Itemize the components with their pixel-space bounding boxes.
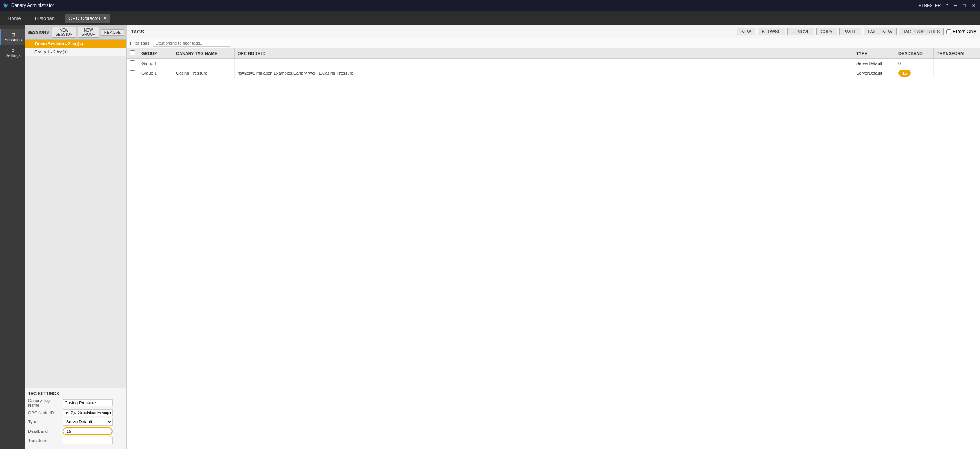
opc-node-label: OPC Node ID:	[28, 411, 63, 415]
tag-name-input[interactable]	[63, 399, 113, 406]
remove-tag-button[interactable]: REMOVE	[787, 28, 814, 35]
sessions-label: Sessions	[3, 37, 23, 42]
tag-settings-title: TAG SETTINGS	[28, 391, 123, 396]
tags-title: TAGS	[131, 29, 144, 35]
sessions-icon: ⊞	[3, 32, 23, 37]
sessions-panel: SESSIONS NEW SESSION NEW GROUP REMOVE De…	[25, 25, 127, 449]
select-all-checkbox[interactable]	[130, 50, 135, 55]
main-container: ⊞ Sessions ⚙ Settings SESSIONS NEW SESSI…	[0, 25, 980, 449]
sessions-list: Demo Session - 2 tag(s) Group 1 - 2 tag(…	[25, 40, 126, 388]
table-row: Group 1 ServerDefault 0	[127, 58, 980, 68]
title-bar-right: ETREXLER ? ─ □ ✕	[918, 3, 977, 8]
col-opc-node-id: OPC NODE ID	[235, 48, 853, 58]
errors-only-container: Errors Only	[946, 29, 976, 34]
col-transform: TRANSFORM	[934, 48, 980, 58]
left-sidebar: ⊞ Sessions ⚙ Settings	[0, 25, 25, 449]
nav-home[interactable]: Home	[5, 14, 24, 23]
row2-group: Group 1	[138, 68, 173, 78]
session-label: Demo Session - 2 tag(s)	[35, 42, 83, 46]
filter-label: Filter Tags:	[130, 41, 151, 45]
user-name: ETREXLER	[918, 3, 941, 8]
copy-button[interactable]: COPY	[816, 28, 837, 35]
tag-name-label: Canary Tag Name:	[28, 398, 63, 407]
errors-only-checkbox[interactable]	[946, 29, 951, 34]
title-bar-left: 🐦 Canary Administrator	[3, 3, 54, 8]
help-button[interactable]: ?	[944, 3, 949, 8]
tags-header: TAGS NEW BROWSE REMOVE COPY PASTE PASTE …	[127, 25, 980, 38]
row1-group: Group 1	[138, 58, 173, 68]
demo-session-item[interactable]: Demo Session - 2 tag(s)	[25, 40, 126, 48]
sessions-toolbar: SESSIONS NEW SESSION NEW GROUP REMOVE	[25, 25, 126, 40]
app-title: Canary Administrator	[11, 3, 54, 8]
nav-historian[interactable]: Historian	[32, 14, 58, 23]
opc-node-input[interactable]	[63, 409, 113, 416]
paste-button[interactable]: PASTE	[839, 28, 861, 35]
transform-input[interactable]	[63, 437, 113, 444]
tags-table: GROUP CANARY TAG NAME OPC NODE ID TYPE D…	[127, 48, 980, 78]
row1-opc-node-id	[235, 58, 853, 68]
tag-properties-button[interactable]: TAG PROPERTIES	[899, 28, 944, 35]
type-select[interactable]: ServerDefault Float Double Integer	[63, 418, 113, 426]
sessions-title: SESSIONS	[27, 30, 49, 35]
filter-row: Filter Tags:	[127, 38, 980, 48]
type-row: Type: ServerDefault Float Double Integer	[28, 418, 123, 426]
group-label: Group 1 - 2 tag(s)	[34, 50, 68, 54]
new-tag-button[interactable]: NEW	[737, 28, 755, 35]
row1-type: ServerDefault	[853, 58, 895, 68]
browse-button[interactable]: BROWSE	[758, 28, 785, 35]
settings-icon: ⚙	[3, 48, 23, 53]
row2-deadband: 15	[895, 68, 934, 78]
sidebar-item-settings[interactable]: ⚙ Settings	[0, 45, 25, 61]
transform-label: Transform:	[28, 438, 63, 443]
deadband-row: Deadband:	[28, 427, 123, 435]
row1-deadband: 0	[895, 58, 934, 68]
row2-tag-name: Casing Pressure	[173, 68, 235, 78]
tag-name-row: Canary Tag Name:	[28, 398, 123, 407]
filter-input[interactable]	[153, 40, 230, 47]
row2-checkbox-cell	[127, 68, 138, 78]
row1-tag-name	[173, 58, 235, 68]
row2-type: ServerDefault	[853, 68, 895, 78]
row1-checkbox-cell	[127, 58, 138, 68]
app-icon: 🐦	[3, 3, 9, 8]
col-tag-name: CANARY TAG NAME	[173, 48, 235, 58]
col-deadband: DEADBAND	[895, 48, 934, 58]
tags-table-container: GROUP CANARY TAG NAME OPC NODE ID TYPE D…	[127, 48, 980, 449]
minimize-button[interactable]: ─	[953, 3, 959, 8]
table-row: Group 1 Casing Pressure ns=2;s=Simulatio…	[127, 68, 980, 78]
deadband-highlighted-value: 15	[898, 70, 911, 77]
table-header-row: GROUP CANARY TAG NAME OPC NODE ID TYPE D…	[127, 48, 980, 58]
opc-collector-close[interactable]: ✕	[103, 16, 106, 20]
remove-session-button[interactable]: REMOVE	[101, 29, 124, 36]
opc-collector-label: OPC Collector	[68, 15, 100, 21]
row1-transform	[934, 58, 980, 68]
type-label: Type:	[28, 419, 63, 424]
opc-node-row: OPC Node ID:	[28, 409, 123, 416]
session-collapse-icon	[28, 42, 33, 46]
row1-checkbox[interactable]	[130, 60, 135, 65]
col-type: TYPE	[853, 48, 895, 58]
maximize-button[interactable]: □	[962, 3, 967, 8]
nav-opc-collector[interactable]: OPC Collector ✕	[65, 14, 110, 23]
close-button[interactable]: ✕	[970, 3, 977, 8]
errors-only-label[interactable]: Errors Only	[953, 29, 976, 34]
tag-settings-panel: TAG SETTINGS Canary Tag Name: OPC Node I…	[25, 388, 126, 449]
deadband-input[interactable]	[63, 427, 113, 435]
new-session-button[interactable]: NEW SESSION	[52, 27, 76, 38]
paste-new-button[interactable]: PASTE NEW	[864, 28, 897, 35]
row2-opc-node-id: ns=2;s=Simulation Examples.Canary Well_1…	[235, 68, 853, 78]
new-group-button[interactable]: NEW GROUP	[78, 27, 99, 38]
nav-bar: Home Historian OPC Collector ✕	[0, 11, 980, 25]
tags-panel: TAGS NEW BROWSE REMOVE COPY PASTE PASTE …	[127, 25, 980, 449]
col-checkbox	[127, 48, 138, 58]
title-bar: 🐦 Canary Administrator ETREXLER ? ─ □ ✕	[0, 0, 980, 11]
col-group: GROUP	[138, 48, 173, 58]
row2-transform	[934, 68, 980, 78]
group1-item[interactable]: Group 1 - 2 tag(s)	[25, 48, 126, 56]
tags-toolbar: NEW BROWSE REMOVE COPY PASTE PASTE NEW T…	[737, 28, 976, 35]
transform-row: Transform:	[28, 437, 123, 444]
sidebar-item-sessions[interactable]: ⊞ Sessions	[0, 29, 25, 45]
row2-checkbox[interactable]	[130, 70, 135, 75]
settings-label: Settings	[3, 53, 23, 58]
deadband-label: Deadband:	[28, 429, 63, 434]
